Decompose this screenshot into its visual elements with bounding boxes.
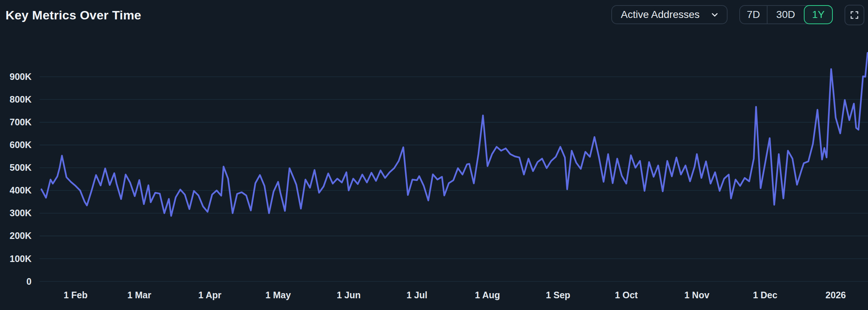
y-axis-label-200K: 200K: [10, 230, 32, 241]
x-axis-label-1-apr: 1 Apr: [198, 290, 221, 300]
metrics-chart-area[interactable]: 0100K200K300K400K500K600K700K800K900K1 F…: [0, 0, 868, 310]
y-axis-label-0: 0: [26, 276, 32, 287]
page-title: Key Metrics Over Time: [6, 8, 141, 22]
range-button-30d[interactable]: 30D: [768, 6, 804, 23]
x-axis-label-1-may: 1 May: [265, 290, 291, 300]
chart-header: Key Metrics Over Time Active Addresses 7…: [0, 0, 868, 35]
metrics-line-chart[interactable]: 0100K200K300K400K500K600K700K800K900K1 F…: [0, 0, 868, 310]
x-axis-label-1-nov: 1 Nov: [684, 290, 709, 300]
y-axis-label-600K: 600K: [10, 140, 32, 150]
x-axis-label-1-oct: 1 Oct: [615, 290, 638, 300]
time-range-selector: 7D 30D 1Y: [739, 5, 833, 24]
range-button-1y[interactable]: 1Y: [804, 5, 833, 24]
range-button-7d[interactable]: 7D: [740, 6, 768, 23]
chevron-down-icon: [710, 10, 719, 19]
y-axis-label-400K: 400K: [10, 185, 32, 195]
chart-controls: Active Addresses 7D 30D 1Y: [611, 4, 864, 25]
fullscreen-button[interactable]: [845, 5, 864, 25]
metric-dropdown-value: Active Addresses: [621, 9, 700, 21]
x-axis-label-2026: 2026: [825, 290, 846, 300]
x-axis-label-1-jul: 1 Jul: [406, 290, 427, 300]
x-axis-label-1-jun: 1 Jun: [337, 290, 360, 300]
x-axis-label-1-aug: 1 Aug: [475, 290, 500, 300]
y-axis-label-100K: 100K: [10, 254, 32, 264]
x-axis-label-1-dec: 1 Dec: [753, 290, 777, 300]
x-axis-label-1-feb: 1 Feb: [63, 290, 87, 300]
metric-dropdown[interactable]: Active Addresses: [611, 5, 728, 24]
y-axis-label-300K: 300K: [10, 208, 32, 218]
series-line-active-addresses: [41, 53, 868, 216]
y-axis-label-800K: 800K: [10, 94, 32, 104]
fullscreen-expand-icon: [850, 11, 859, 19]
y-axis-label-900K: 900K: [10, 71, 32, 82]
y-axis-label-500K: 500K: [10, 162, 32, 173]
y-axis-label-700K: 700K: [10, 117, 32, 127]
x-axis-label-1-mar: 1 Mar: [127, 290, 151, 300]
x-axis-label-1-sep: 1 Sep: [546, 290, 570, 300]
